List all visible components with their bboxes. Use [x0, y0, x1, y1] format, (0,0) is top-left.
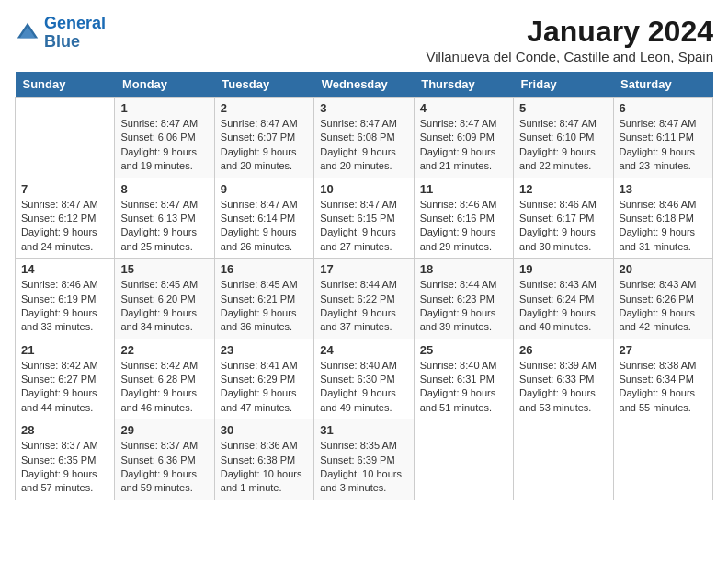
- calendar-cell: 21 Sunrise: 8:42 AM Sunset: 6:27 PM Dayl…: [16, 339, 115, 419]
- day-number: 14: [21, 262, 108, 276]
- calendar-cell: 20 Sunrise: 8:43 AM Sunset: 6:26 PM Dayl…: [613, 259, 712, 339]
- sunrise-text: Sunrise: 8:47 AM: [120, 198, 208, 212]
- cell-content: Sunrise: 8:47 AM Sunset: 6:10 PM Dayligh…: [519, 117, 607, 174]
- sunrise-text: Sunrise: 8:39 AM: [519, 359, 607, 373]
- logo-text: General Blue: [44, 15, 106, 52]
- calendar-cell: 26 Sunrise: 8:39 AM Sunset: 6:33 PM Dayl…: [514, 339, 613, 419]
- calendar-cell: 31 Sunrise: 8:35 AM Sunset: 6:39 PM Dayl…: [314, 419, 414, 500]
- cell-content: Sunrise: 8:46 AM Sunset: 6:16 PM Dayligh…: [420, 198, 507, 255]
- weekday-header-wednesday: Wednesday: [314, 72, 414, 98]
- sunset-text: Sunset: 6:07 PM: [221, 131, 308, 144]
- sunset-text: Sunset: 6:13 PM: [120, 212, 208, 225]
- cell-content: Sunrise: 8:44 AM Sunset: 6:22 PM Dayligh…: [320, 278, 407, 335]
- sunrise-text: Sunrise: 8:41 AM: [221, 359, 308, 373]
- daylight-text: Daylight: 9 hours and 23 minutes.: [620, 145, 707, 174]
- cell-content: Sunrise: 8:45 AM Sunset: 6:21 PM Dayligh…: [221, 278, 308, 335]
- sunset-text: Sunset: 6:33 PM: [519, 373, 607, 386]
- week-row-0: 1 Sunrise: 8:47 AM Sunset: 6:06 PM Dayli…: [16, 98, 713, 178]
- day-number: 3: [320, 101, 407, 115]
- calendar-cell: 11 Sunrise: 8:46 AM Sunset: 6:16 PM Dayl…: [414, 178, 513, 259]
- daylight-text: Daylight: 9 hours and 26 minutes.: [221, 225, 308, 254]
- sunset-text: Sunset: 6:11 PM: [620, 131, 707, 144]
- calendar-cell: [16, 98, 115, 178]
- day-number: 28: [21, 423, 108, 437]
- daylight-text: Daylight: 9 hours and 36 minutes.: [221, 306, 308, 335]
- header: General Blue January 2024 Villanueva del…: [15, 15, 713, 64]
- calendar-cell: 24 Sunrise: 8:40 AM Sunset: 6:30 PM Dayl…: [314, 339, 414, 419]
- daylight-text: Daylight: 9 hours and 53 minutes.: [519, 386, 607, 415]
- calendar-cell: 29 Sunrise: 8:37 AM Sunset: 6:36 PM Dayl…: [115, 419, 214, 500]
- sunrise-text: Sunrise: 8:47 AM: [320, 117, 407, 131]
- day-number: 11: [420, 182, 507, 196]
- weekday-header-row: SundayMondayTuesdayWednesdayThursdayFrid…: [16, 72, 713, 98]
- daylight-text: Daylight: 9 hours and 33 minutes.: [21, 306, 108, 335]
- calendar-cell: 14 Sunrise: 8:46 AM Sunset: 6:19 PM Dayl…: [16, 259, 115, 339]
- sunrise-text: Sunrise: 8:47 AM: [221, 117, 308, 131]
- daylight-text: Daylight: 9 hours and 20 minutes.: [320, 145, 407, 174]
- calendar-cell: [613, 419, 712, 500]
- calendar-cell: 30 Sunrise: 8:36 AM Sunset: 6:38 PM Dayl…: [214, 419, 313, 500]
- sunrise-text: Sunrise: 8:43 AM: [519, 278, 607, 292]
- calendar-cell: 28 Sunrise: 8:37 AM Sunset: 6:35 PM Dayl…: [16, 419, 115, 500]
- sunset-text: Sunset: 6:19 PM: [21, 293, 108, 306]
- calendar-cell: 12 Sunrise: 8:46 AM Sunset: 6:17 PM Dayl…: [514, 178, 613, 259]
- calendar-cell: 2 Sunrise: 8:47 AM Sunset: 6:07 PM Dayli…: [214, 98, 313, 178]
- sunrise-text: Sunrise: 8:45 AM: [120, 278, 208, 292]
- daylight-text: Daylight: 9 hours and 31 minutes.: [620, 225, 707, 254]
- cell-content: Sunrise: 8:43 AM Sunset: 6:24 PM Dayligh…: [519, 278, 607, 335]
- main-title: January 2024: [427, 15, 713, 49]
- day-number: 1: [120, 101, 208, 115]
- sunset-text: Sunset: 6:39 PM: [320, 454, 407, 467]
- sunrise-text: Sunrise: 8:45 AM: [221, 278, 308, 292]
- calendar-cell: 16 Sunrise: 8:45 AM Sunset: 6:21 PM Dayl…: [214, 259, 313, 339]
- daylight-text: Daylight: 9 hours and 49 minutes.: [320, 386, 407, 415]
- day-number: 16: [221, 262, 308, 276]
- sunrise-text: Sunrise: 8:43 AM: [620, 278, 707, 292]
- sunset-text: Sunset: 6:26 PM: [620, 293, 707, 306]
- calendar-cell: [514, 419, 613, 500]
- cell-content: Sunrise: 8:46 AM Sunset: 6:19 PM Dayligh…: [21, 278, 108, 335]
- cell-content: Sunrise: 8:35 AM Sunset: 6:39 PM Dayligh…: [320, 439, 407, 496]
- daylight-text: Daylight: 9 hours and 24 minutes.: [21, 225, 108, 254]
- sunrise-text: Sunrise: 8:47 AM: [620, 117, 707, 131]
- daylight-text: Daylight: 9 hours and 39 minutes.: [420, 306, 507, 335]
- sunrise-text: Sunrise: 8:46 AM: [519, 198, 607, 212]
- sunset-text: Sunset: 6:21 PM: [221, 293, 308, 306]
- week-row-4: 28 Sunrise: 8:37 AM Sunset: 6:35 PM Dayl…: [16, 419, 713, 500]
- sunrise-text: Sunrise: 8:37 AM: [120, 439, 208, 453]
- sunrise-text: Sunrise: 8:46 AM: [620, 198, 707, 212]
- cell-content: Sunrise: 8:40 AM Sunset: 6:31 PM Dayligh…: [420, 359, 507, 416]
- sunset-text: Sunset: 6:38 PM: [221, 454, 308, 467]
- weekday-header-friday: Friday: [514, 72, 613, 98]
- cell-content: Sunrise: 8:47 AM Sunset: 6:15 PM Dayligh…: [320, 198, 407, 255]
- cell-content: Sunrise: 8:41 AM Sunset: 6:29 PM Dayligh…: [221, 359, 308, 416]
- sunrise-text: Sunrise: 8:37 AM: [21, 439, 108, 453]
- calendar-cell: 15 Sunrise: 8:45 AM Sunset: 6:20 PM Dayl…: [115, 259, 214, 339]
- sunset-text: Sunset: 6:30 PM: [320, 373, 407, 386]
- day-number: 19: [519, 262, 607, 276]
- cell-content: Sunrise: 8:40 AM Sunset: 6:30 PM Dayligh…: [320, 359, 407, 416]
- day-number: 6: [620, 101, 707, 115]
- cell-content: Sunrise: 8:37 AM Sunset: 6:36 PM Dayligh…: [120, 439, 208, 496]
- calendar-cell: 13 Sunrise: 8:46 AM Sunset: 6:18 PM Dayl…: [613, 178, 712, 259]
- sunrise-text: Sunrise: 8:38 AM: [620, 359, 707, 373]
- daylight-text: Daylight: 9 hours and 34 minutes.: [120, 306, 208, 335]
- daylight-text: Daylight: 9 hours and 51 minutes.: [420, 386, 507, 415]
- sunset-text: Sunset: 6:15 PM: [320, 212, 407, 225]
- cell-content: Sunrise: 8:44 AM Sunset: 6:23 PM Dayligh…: [420, 278, 507, 335]
- sunset-text: Sunset: 6:35 PM: [21, 454, 108, 467]
- sunset-text: Sunset: 6:22 PM: [320, 293, 407, 306]
- day-number: 29: [120, 423, 208, 437]
- calendar-cell: 25 Sunrise: 8:40 AM Sunset: 6:31 PM Dayl…: [414, 339, 513, 419]
- weekday-header-monday: Monday: [115, 72, 214, 98]
- cell-content: Sunrise: 8:38 AM Sunset: 6:34 PM Dayligh…: [620, 359, 707, 416]
- daylight-text: Daylight: 9 hours and 19 minutes.: [120, 145, 208, 174]
- sunrise-text: Sunrise: 8:47 AM: [519, 117, 607, 131]
- calendar-cell: 9 Sunrise: 8:47 AM Sunset: 6:14 PM Dayli…: [214, 178, 313, 259]
- daylight-text: Daylight: 9 hours and 25 minutes.: [120, 225, 208, 254]
- sunset-text: Sunset: 6:17 PM: [519, 212, 607, 225]
- sunrise-text: Sunrise: 8:47 AM: [120, 117, 208, 131]
- sunrise-text: Sunrise: 8:46 AM: [21, 278, 108, 292]
- cell-content: Sunrise: 8:42 AM Sunset: 6:27 PM Dayligh…: [21, 359, 108, 416]
- cell-content: Sunrise: 8:45 AM Sunset: 6:20 PM Dayligh…: [120, 278, 208, 335]
